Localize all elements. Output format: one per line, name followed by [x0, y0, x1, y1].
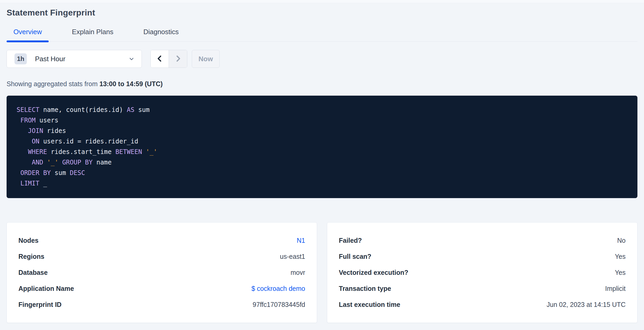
time-range-badge: 1h: [14, 53, 27, 64]
statement-fingerprint-page: Statement Fingerprint Overview Explain P…: [0, 8, 644, 323]
tab-overview[interactable]: Overview: [7, 28, 49, 41]
summary-label: Fingerprint ID: [18, 301, 62, 308]
summary-cards: NodesN1Regionsus-east1DatabasemovrApplic…: [7, 222, 637, 323]
summary-label: Failed?: [339, 237, 362, 244]
summary-label: Transaction type: [339, 285, 391, 292]
summary-label: Application Name: [18, 285, 74, 292]
summary-value: movr: [290, 269, 305, 276]
summary-value: Yes: [615, 269, 626, 276]
tab-explain-plans[interactable]: Explain Plans: [65, 28, 120, 41]
summary-card-right: Failed?NoFull scan?YesVectorized executi…: [327, 222, 637, 323]
sql-statement-box: SELECT name, count(rides.id) AS sum FROM…: [7, 96, 637, 198]
summary-value-link[interactable]: $ cockroach demo: [251, 285, 305, 292]
summary-row: Last execution timeJun 02, 2023 at 14:15…: [339, 297, 626, 313]
summary-row: Regionsus-east1: [18, 249, 305, 265]
next-time-interval-button[interactable]: [169, 50, 187, 68]
summary-label: Vectorized execution?: [339, 269, 408, 276]
summary-value: No: [617, 237, 626, 244]
summary-label: Full scan?: [339, 253, 371, 260]
chevron-right-icon: [174, 55, 182, 63]
chevron-left-icon: [156, 55, 164, 63]
summary-value-link[interactable]: N1: [297, 237, 305, 244]
time-range-label: Past Hour: [35, 55, 66, 63]
summary-label: Database: [18, 269, 48, 276]
summary-card-left: NodesN1Regionsus-east1DatabasemovrApplic…: [7, 222, 317, 323]
active-tab-underline: [7, 40, 49, 42]
summary-value: Yes: [615, 253, 626, 260]
aggregated-stats-caption: Showing aggregated stats from 13:00 to 1…: [7, 80, 637, 88]
summary-label: Last execution time: [339, 301, 400, 308]
summary-label: Nodes: [18, 237, 38, 244]
aggregated-stats-prefix: Showing aggregated stats from: [7, 80, 99, 87]
summary-label: Regions: [18, 253, 44, 260]
aggregated-stats-range: 13:00 to 14:59 (UTC): [99, 80, 163, 87]
summary-row: Vectorized execution?Yes: [339, 265, 626, 281]
summary-row: NodesN1: [18, 233, 305, 249]
summary-value: us-east1: [280, 253, 305, 260]
time-range-dropdown[interactable]: 1h Past Hour: [7, 50, 142, 68]
tabs: Overview Explain Plans Diagnostics: [7, 28, 637, 42]
sql-code: SELECT name, count(rides.id) AS sum FROM…: [17, 105, 627, 189]
time-step-buttons: [150, 50, 187, 68]
summary-row: Full scan?Yes: [339, 249, 626, 265]
summary-row: Application Name$ cockroach demo: [18, 281, 305, 297]
tab-diagnostics-label: Diagnostics: [143, 28, 179, 36]
chevron-down-icon: [128, 56, 135, 62]
summary-value: 97ffc170783445fd: [253, 301, 305, 308]
summary-row: Fingerprint ID97ffc170783445fd: [18, 297, 305, 313]
time-picker-toolbar: 1h Past Hour Now: [7, 50, 637, 68]
now-button[interactable]: Now: [192, 50, 220, 68]
tab-diagnostics[interactable]: Diagnostics: [137, 28, 185, 41]
top-divider: [0, 0, 644, 3]
tab-overview-label: Overview: [13, 28, 42, 36]
previous-time-interval-button[interactable]: [151, 50, 169, 68]
summary-value: Jun 02, 2023 at 14:15 UTC: [547, 301, 626, 308]
summary-value: Implicit: [605, 285, 626, 292]
page-title: Statement Fingerprint: [7, 8, 637, 18]
summary-row: Transaction typeImplicit: [339, 281, 626, 297]
tab-explain-plans-label: Explain Plans: [72, 28, 113, 36]
summary-row: Databasemovr: [18, 265, 305, 281]
summary-row: Failed?No: [339, 233, 626, 249]
